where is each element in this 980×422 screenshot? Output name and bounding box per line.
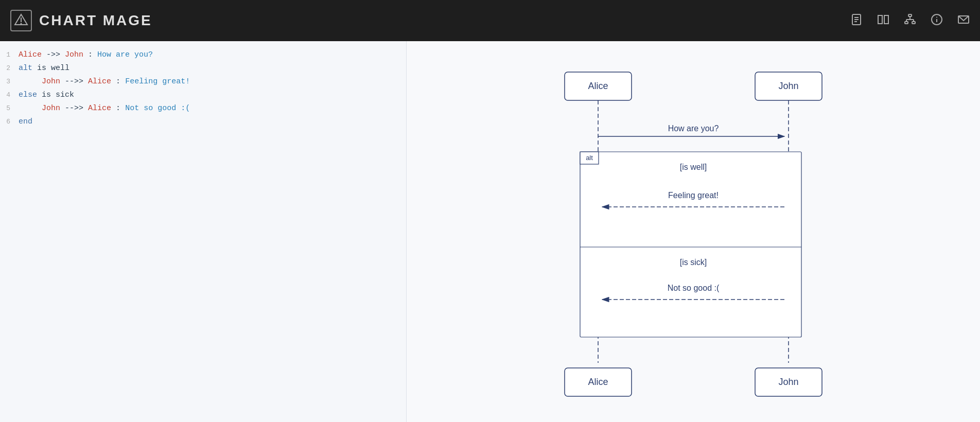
token: Alice <box>88 77 111 86</box>
message-2-label: Feeling great! <box>668 191 719 200</box>
line-number-4: 4 <box>0 91 19 99</box>
line-number-6: 6 <box>0 118 19 126</box>
document-icon[interactable] <box>850 13 863 28</box>
token: How are you? <box>97 50 153 59</box>
line-number-3: 3 <box>0 78 19 85</box>
header-right <box>850 13 970 28</box>
token: : <box>116 77 125 86</box>
info-icon[interactable] <box>931 13 943 28</box>
code-line-4: 4 else is sick <box>0 90 406 103</box>
svg-rect-9 <box>908 14 912 16</box>
token: Not so good :( <box>125 104 190 113</box>
actor-john-bottom-label: John <box>778 377 798 387</box>
code-line-6: 6 end <box>0 116 406 130</box>
token: alt <box>19 64 32 73</box>
token: -->> <box>65 104 88 113</box>
app-title: CHART MAGE <box>39 12 152 29</box>
svg-rect-10 <box>905 22 908 24</box>
token: John <box>65 50 83 59</box>
token <box>19 77 37 86</box>
line-number-1: 1 <box>0 51 19 59</box>
token: is sick <box>42 91 74 99</box>
token <box>19 104 37 113</box>
code-content-6: end <box>19 117 406 126</box>
actor-alice-top-label: Alice <box>588 81 608 91</box>
code-line-1: 1 Alice ->> John : How are you? <box>0 49 406 63</box>
diagram-panel: Alice John How are you? alt [is well] > … <box>407 41 980 422</box>
svg-point-2 <box>21 23 22 25</box>
hierarchy-icon[interactable] <box>904 13 916 28</box>
token: : <box>88 50 97 59</box>
alt-label: alt <box>586 154 593 162</box>
main-content: 1 Alice ->> John : How are you? 2 alt is… <box>0 41 980 422</box>
token: John <box>42 77 60 86</box>
token: Alice <box>19 50 42 59</box>
token: Feeling great! <box>125 77 190 86</box>
logo-icon <box>10 10 32 31</box>
token: -->> <box>65 77 88 86</box>
svg-rect-7 <box>878 15 882 24</box>
token: is well <box>37 64 69 73</box>
mail-icon[interactable] <box>957 13 970 28</box>
token: ->> <box>46 50 65 59</box>
svg-point-18 <box>936 17 937 18</box>
code-content-3: John -->> Alice : Feeling great! <box>19 77 406 86</box>
columns-icon[interactable] <box>877 13 889 28</box>
message-1-label: How are you? <box>668 124 719 133</box>
token: Alice <box>88 104 111 113</box>
svg-rect-8 <box>884 15 888 24</box>
token: else <box>19 91 37 99</box>
header-left: CHART MAGE <box>10 10 152 31</box>
code-line-2: 2 alt is well <box>0 63 406 76</box>
code-content-5: John -->> Alice : Not so good :( <box>19 104 406 113</box>
code-content-4: else is sick <box>19 91 406 99</box>
token: John <box>42 104 60 113</box>
alt-box <box>580 152 801 337</box>
code-content-1: Alice ->> John : How are you? <box>19 50 406 59</box>
line-number-5: 5 <box>0 104 19 112</box>
line-number-2: 2 <box>0 64 19 72</box>
svg-rect-11 <box>912 22 915 24</box>
actor-alice-bottom-label: Alice <box>588 377 608 387</box>
code-content-2: alt is well <box>19 64 406 73</box>
code-line-5: 5 John -->> Alice : Not so good :( <box>0 103 406 116</box>
alt-is-sick-label: [is sick] <box>680 258 707 267</box>
token: : <box>116 104 125 113</box>
actor-john-top-label: John <box>778 81 798 91</box>
code-line-3: 3 John -->> Alice : Feeling great! <box>0 76 406 90</box>
editor-panel[interactable]: 1 Alice ->> John : How are you? 2 alt is… <box>0 41 407 422</box>
message-3-label: Not so good :( <box>668 284 720 292</box>
token: end <box>19 117 32 126</box>
app-header: CHART MAGE <box>0 0 980 41</box>
alt-is-well-label: [is well] <box>680 163 707 171</box>
sequence-diagram: Alice John How are you? alt [is well] > … <box>539 62 848 401</box>
